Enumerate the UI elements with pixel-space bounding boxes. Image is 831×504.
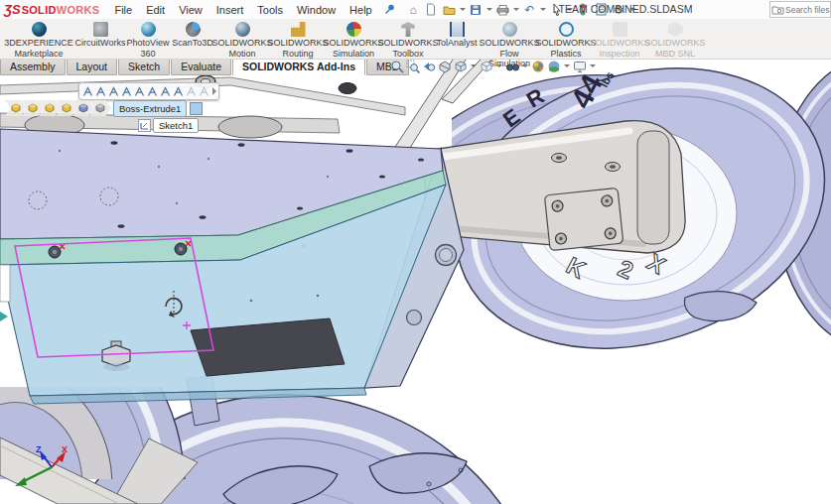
chassis-part[interactable] bbox=[0, 129, 464, 404]
apply-scene-caret[interactable] bbox=[564, 64, 570, 67]
selection-breadcrumbs: Boss-Extrude1 bbox=[10, 100, 203, 116]
breadcrumb-selected-face-icon[interactable] bbox=[190, 102, 203, 115]
marketplace-sphere-icon bbox=[32, 22, 47, 37]
inspection-stamp-icon bbox=[613, 22, 627, 37]
zoom-to-fit-button[interactable] bbox=[390, 60, 404, 73]
context-tool-button-2[interactable] bbox=[94, 84, 107, 98]
addin-solidworks-inspection: SOLIDWORKSInspection bbox=[592, 22, 647, 59]
context-tool-button-5[interactable] bbox=[133, 84, 146, 98]
hide-show-items-caret[interactable] bbox=[522, 64, 528, 67]
addin-solidworks-routing[interactable]: SOLIDWORKSRouting bbox=[270, 22, 326, 59]
title-bar: ƷS SOLID WORKS File Edit View Insert Too… bbox=[0, 0, 831, 20]
toolbox-bolt-icon bbox=[401, 22, 416, 37]
menu-tools[interactable]: Tools bbox=[250, 4, 290, 16]
plastics-ring-icon bbox=[559, 22, 574, 37]
print-dropdown-caret[interactable] bbox=[513, 8, 519, 11]
menu-window[interactable]: Window bbox=[290, 4, 343, 16]
sketch-breadcrumb-row: Sketch1 bbox=[138, 118, 199, 133]
scanto3d-spheres-icon bbox=[186, 22, 201, 37]
view-orientation-button[interactable] bbox=[454, 60, 468, 73]
addin-solidworks-simulation[interactable]: SOLIDWORKSSimulation bbox=[326, 22, 381, 59]
edit-appearance-button[interactable] bbox=[531, 60, 545, 73]
context-tool-button-4[interactable] bbox=[120, 84, 133, 98]
context-tool-button-1[interactable] bbox=[81, 84, 94, 98]
photoview-sphere-icon bbox=[141, 22, 156, 37]
addin-tolanalyst[interactable]: TolAnalyst bbox=[435, 22, 479, 49]
hide-show-items-button[interactable] bbox=[505, 60, 519, 73]
addin-circuitworks[interactable]: CircuitWorks bbox=[75, 22, 125, 49]
graphics-viewport[interactable]: E R 44 lbs bbox=[0, 0, 831, 504]
addin-3dexperience-marketplace[interactable]: 3DEXPERIENCEMarketplace bbox=[2, 22, 75, 59]
menu-file[interactable]: File bbox=[107, 4, 139, 16]
svg-text:Z: Z bbox=[36, 444, 42, 454]
addin-solidworks-mbd-snl: SOLIDWORKSMBD SNL bbox=[647, 22, 703, 59]
print-button[interactable] bbox=[494, 2, 511, 18]
simulation-ball-icon bbox=[346, 22, 361, 37]
heads-up-view-toolbar bbox=[390, 57, 597, 75]
search-files-icon bbox=[771, 4, 784, 15]
dark-knob bbox=[339, 83, 356, 94]
context-toolbar bbox=[78, 82, 219, 100]
routing-elbow-icon bbox=[291, 22, 306, 37]
view-settings-button[interactable] bbox=[573, 60, 587, 73]
section-view-button[interactable] bbox=[438, 60, 452, 73]
display-style-caret[interactable] bbox=[496, 64, 502, 67]
addin-solidworks-motion[interactable]: SOLIDWORKSMotion bbox=[214, 22, 270, 59]
svg-text:X: X bbox=[62, 444, 68, 454]
menu-insert[interactable]: Insert bbox=[209, 4, 251, 16]
home-button[interactable]: ⌂ bbox=[405, 2, 422, 18]
save-dropdown-caret[interactable] bbox=[486, 8, 492, 11]
menu-edit[interactable]: Edit bbox=[139, 4, 172, 16]
flange-plate[interactable] bbox=[544, 188, 623, 250]
context-tool-button-9[interactable] bbox=[185, 84, 198, 98]
solidworks-logo: ƷS SOLID WORKS bbox=[4, 2, 99, 17]
ribbon-addins: 3DEXPERIENCEMarketplace CircuitWorks Pho… bbox=[0, 19, 831, 60]
zoom-to-area-button[interactable] bbox=[406, 60, 420, 73]
circuitworks-chip-icon bbox=[93, 22, 108, 37]
tolanalyst-brackets-icon bbox=[450, 22, 465, 37]
apply-scene-button[interactable] bbox=[547, 60, 561, 73]
breadcrumb-sketch-chip[interactable]: Sketch1 bbox=[153, 118, 199, 133]
addin-scanto3d[interactable]: ScanTo3D bbox=[171, 22, 214, 49]
sketch-icon[interactable] bbox=[138, 119, 151, 132]
addin-solidworks-plastics[interactable]: SOLIDWORKSPlastics bbox=[540, 22, 592, 59]
context-tool-button-6[interactable] bbox=[146, 84, 159, 98]
display-style-button[interactable] bbox=[480, 60, 493, 73]
previous-view-button[interactable] bbox=[422, 60, 436, 73]
open-dropdown-caret[interactable] bbox=[460, 8, 466, 11]
search-input[interactable] bbox=[785, 5, 831, 15]
context-tool-button-10[interactable] bbox=[198, 84, 210, 98]
search-box[interactable] bbox=[769, 1, 831, 18]
addin-solidworks-toolbox[interactable]: SOLIDWORKSToolbox bbox=[381, 22, 435, 59]
pin-menu-icon[interactable] bbox=[381, 1, 397, 19]
flow-simulation-sphere-icon bbox=[502, 22, 517, 37]
view-orientation-caret[interactable] bbox=[471, 64, 477, 67]
context-toolbar-expand-arrow[interactable] bbox=[212, 87, 216, 95]
mbd-cube-icon bbox=[668, 22, 683, 37]
context-tool-button-7[interactable] bbox=[159, 84, 172, 98]
motion-sphere-icon bbox=[235, 22, 250, 37]
save-button[interactable] bbox=[468, 2, 485, 18]
new-document-button[interactable] bbox=[423, 2, 440, 18]
view-settings-caret[interactable] bbox=[590, 64, 596, 67]
context-tool-button-8[interactable] bbox=[172, 84, 185, 98]
breadcrumb-feature-chip[interactable]: Boss-Extrude1 bbox=[113, 100, 187, 117]
menu-help[interactable]: Help bbox=[343, 4, 379, 16]
menu-bar: File Edit View Insert Tools Window Help bbox=[107, 4, 378, 16]
addin-photoview-360[interactable]: PhotoView360 bbox=[125, 22, 171, 59]
menu-view[interactable]: View bbox=[172, 4, 209, 16]
document-title: TEAM COMBINED.SLDASM bbox=[531, 3, 720, 15]
context-tool-button-3[interactable] bbox=[107, 84, 120, 98]
open-button[interactable] bbox=[441, 2, 458, 18]
brand-glyph: ƷS bbox=[4, 2, 21, 17]
